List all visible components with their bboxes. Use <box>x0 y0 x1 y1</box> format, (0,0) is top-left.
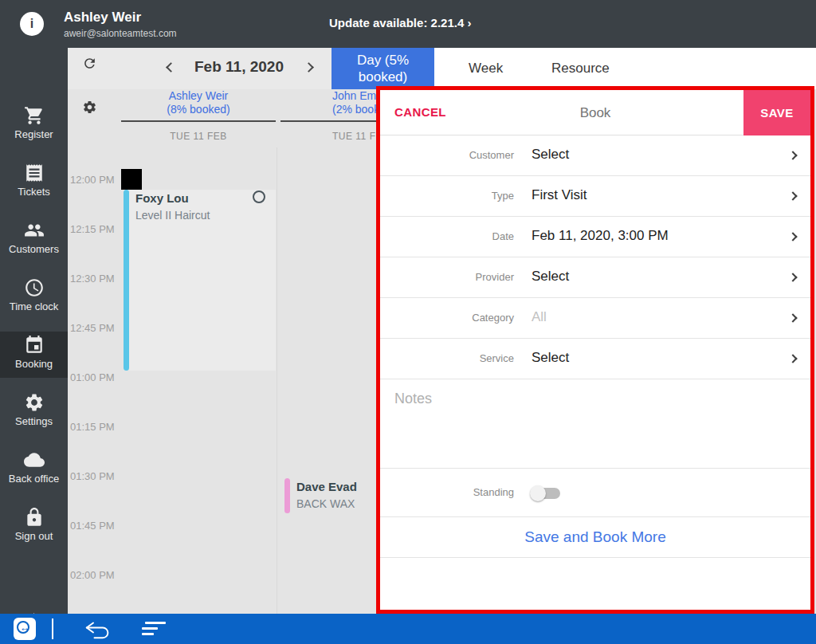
appointment-status-circle-icon[interactable] <box>253 190 265 203</box>
provider-name: Ashley Weir <box>121 89 276 103</box>
field-value: First Visit <box>532 187 587 203</box>
modal-header: CANCEL Book SAVE <box>380 90 810 135</box>
sidebar-item-label: Back office <box>0 473 68 485</box>
book-modal: CANCEL Book SAVE Customer Select Type Fi… <box>376 86 814 614</box>
chevron-right-icon <box>788 354 797 363</box>
sidebar-item-back-office[interactable]: Back office <box>0 446 68 499</box>
sidebar-item-time-clock[interactable]: Time clock <box>0 274 68 327</box>
cart-icon <box>24 105 45 126</box>
back-icon[interactable] <box>84 618 112 639</box>
field-value: Select <box>532 269 569 285</box>
standing-row: Standing <box>380 469 810 517</box>
sidebar-item-register[interactable]: Register <box>0 102 68 155</box>
people-icon <box>24 220 45 241</box>
refresh-icon[interactable] <box>82 56 97 71</box>
chevron-right-icon <box>788 313 797 322</box>
sidebar-item-sign-out[interactable]: Sign out <box>0 504 68 556</box>
bottom-bar-divider <box>52 618 53 639</box>
field-row-type[interactable]: Type First Visit <box>380 176 810 217</box>
field-label: Type <box>380 190 514 202</box>
appointment-customer: Foxy Lou <box>135 191 189 205</box>
sidebar-item-label: Customers <box>0 243 68 255</box>
date-label[interactable]: Feb 11, 2020 <box>191 58 287 76</box>
time-label: 01:45 PM <box>70 520 115 532</box>
chevron-right-icon <box>788 273 797 281</box>
standing-toggle[interactable] <box>533 488 560 499</box>
app-screen: i Ashley Weir aweir@salonteamtest.com Up… <box>0 0 816 644</box>
field-label: Category <box>380 312 514 324</box>
chevron-right-icon <box>788 191 797 200</box>
sidebar-item-settings[interactable]: Settings <box>0 389 68 442</box>
time-label: 12:30 PM <box>70 273 115 285</box>
lock-icon <box>24 507 45 528</box>
receipt-icon <box>24 163 45 183</box>
provider-column-header-ashley[interactable]: Ashley Weir (8% booked) <box>121 89 276 116</box>
column-day-label: TUE 11 FEB <box>121 131 276 142</box>
sidebar-item-label: Settings <box>0 415 68 427</box>
save-button[interactable]: SAVE <box>743 90 810 135</box>
field-row-service[interactable]: Service Select <box>380 339 810 379</box>
clock-icon <box>24 277 45 298</box>
sidebar-item-booking[interactable]: Booking <box>0 332 68 378</box>
column-divider <box>277 147 277 614</box>
field-row-date[interactable]: Date Feb 11, 2020, 3:00 PM <box>380 217 810 257</box>
notes-section <box>380 379 810 469</box>
appointment-service: BACK WAX <box>296 497 355 510</box>
info-icon[interactable]: i <box>20 12 44 36</box>
field-row-customer[interactable]: Customer Select <box>380 135 810 176</box>
update-available-link[interactable]: Update available: 2.21.4 › <box>329 16 471 29</box>
tab-day[interactable]: Day (5% booked) <box>332 48 434 89</box>
time-label: 12:15 PM <box>70 223 115 235</box>
time-label: 12:00 PM <box>70 174 115 186</box>
user-email: aweir@salonteamtest.com <box>64 28 177 39</box>
chevron-right-icon <box>788 232 797 241</box>
cloud-icon <box>24 450 45 470</box>
time-label: 01:00 PM <box>70 371 115 383</box>
tab-resource[interactable]: Resource <box>551 48 610 89</box>
bottom-nav-bar: ↔ <box>0 614 816 644</box>
field-label: Service <box>380 352 514 364</box>
appointment-customer: Dave Evad <box>296 480 357 493</box>
sidebar-item-customers[interactable]: Customers <box>0 217 68 269</box>
sidebar-item-label: Tickets <box>0 186 68 198</box>
save-and-book-more-button[interactable]: Save and Book More <box>380 517 810 558</box>
standing-label: Standing <box>380 486 514 498</box>
notes-input[interactable] <box>380 379 810 468</box>
sidebar: Register Tickets Customers Time clock Bo… <box>0 48 68 614</box>
field-value: All <box>532 309 547 325</box>
tab-week[interactable]: Week <box>469 48 503 89</box>
appointment-color-bar <box>124 190 129 371</box>
field-value: Select <box>532 350 569 366</box>
field-value: Feb 11, 2020, 3:00 PM <box>532 228 669 244</box>
time-label: 01:15 PM <box>70 421 115 433</box>
field-value: Select <box>532 147 569 163</box>
filter-list-icon[interactable] <box>142 622 166 636</box>
column-underline <box>121 120 276 122</box>
field-label: Customer <box>380 149 514 161</box>
field-row-category[interactable]: Category All <box>380 298 810 339</box>
current-time-marker <box>121 169 142 190</box>
sidebar-item-label: Register <box>0 128 68 140</box>
appointment-dave-evad[interactable]: Dave Evad BACK WAX <box>284 478 376 515</box>
modal-empty-area <box>380 558 810 610</box>
calendar-icon <box>24 335 45 355</box>
sidebar-item-label: Time clock <box>0 300 68 312</box>
appointment-foxy-lou[interactable]: Foxy Lou Level II Haircut <box>124 190 276 371</box>
gear-icon <box>24 392 45 413</box>
toggle-thumb <box>530 485 546 501</box>
sidebar-item-tickets[interactable]: Tickets <box>0 159 68 212</box>
sidebar-item-label: Booking <box>0 358 68 370</box>
appointment-service: Level II Haircut <box>135 209 210 222</box>
teamviewer-icon[interactable]: ↔ <box>14 618 36 640</box>
field-label: Date <box>380 230 514 242</box>
column-day-label: TUE 11 FE <box>332 131 382 142</box>
sidebar-item-label: Sign out <box>0 530 68 542</box>
time-label: 12:45 PM <box>70 322 115 334</box>
time-label: 01:30 PM <box>70 470 115 482</box>
provider-booked: (8% booked) <box>121 103 276 116</box>
time-label: 02:00 PM <box>70 569 115 581</box>
field-row-provider[interactable]: Provider Select <box>380 257 810 298</box>
calendar-settings-gear-icon[interactable] <box>82 100 97 115</box>
teamviewer-arrows: ↔ <box>14 622 36 634</box>
top-bar: i Ashley Weir aweir@salonteamtest.com Up… <box>0 0 816 48</box>
